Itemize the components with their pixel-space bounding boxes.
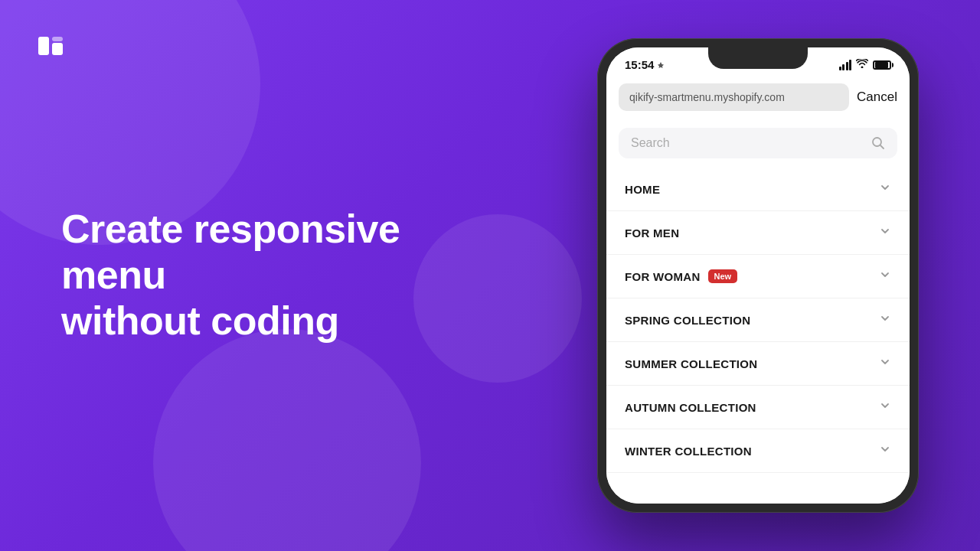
wifi-icon — [856, 59, 868, 70]
menu-item-label: SUMMER COLLECTION — [625, 357, 757, 370]
menu-item-left: FOR MEN — [625, 227, 679, 240]
search-bar[interactable]: Search — [619, 128, 897, 158]
menu-item[interactable]: FOR MEN — [606, 211, 910, 255]
left-content: Create responsive menu without coding — [61, 207, 505, 344]
menu-item[interactable]: FOR WOMANNew — [606, 255, 910, 298]
chevron-down-icon — [879, 312, 891, 328]
logo-icon — [34, 28, 67, 61]
notch — [708, 47, 808, 69]
menu-item-left: SPRING COLLECTION — [625, 314, 750, 327]
search-placeholder: Search — [631, 136, 670, 150]
chevron-down-icon — [879, 181, 891, 197]
menu-item[interactable]: SPRING COLLECTION — [606, 298, 910, 342]
battery-icon — [873, 60, 891, 70]
status-bar: 15:54 — [606, 47, 910, 77]
phone-outer: 15:54 — [597, 38, 919, 513]
svg-rect-2 — [52, 37, 63, 41]
menu-item-label: AUTUMN COLLECTION — [625, 401, 756, 414]
new-badge: New — [708, 269, 738, 283]
chevron-down-icon — [879, 399, 891, 415]
signal-icon — [839, 60, 852, 70]
status-icons — [839, 59, 892, 70]
menu-list: HOMEFOR MENFOR WOMANNewSPRING COLLECTION… — [606, 168, 910, 473]
search-icon — [871, 136, 885, 150]
logo — [34, 28, 67, 61]
url-field[interactable]: qikify-smartmenu.myshopify.com — [619, 83, 849, 111]
svg-point-3 — [873, 138, 881, 146]
menu-item-label: FOR MEN — [625, 227, 679, 240]
decorative-blob-2 — [153, 329, 421, 551]
menu-item-left: WINTER COLLECTION — [625, 445, 752, 458]
menu-item[interactable]: HOME — [606, 168, 910, 211]
chevron-down-icon — [879, 225, 891, 240]
phone-mockup: 15:54 — [597, 38, 919, 513]
svg-rect-1 — [52, 43, 63, 55]
chevron-down-icon — [879, 356, 891, 371]
menu-item[interactable]: AUTUMN COLLECTION — [606, 386, 910, 429]
headline-line1: Create responsive menu — [61, 207, 400, 297]
address-bar: qikify-smartmenu.myshopify.com Cancel — [606, 77, 910, 119]
phone-inner: 15:54 — [606, 47, 910, 504]
menu-item[interactable]: SUMMER COLLECTION — [606, 342, 910, 386]
svg-rect-0 — [38, 37, 49, 55]
chevron-down-icon — [879, 443, 891, 458]
chevron-down-icon — [879, 269, 891, 284]
status-time: 15:54 — [625, 58, 665, 71]
menu-item-label: SPRING COLLECTION — [625, 314, 750, 327]
menu-item-label: WINTER COLLECTION — [625, 445, 752, 458]
menu-item-left: FOR WOMANNew — [625, 269, 737, 283]
menu-content[interactable]: Search HOMEFOR MENFOR WOMANNewSPRING COL… — [606, 119, 910, 504]
menu-item[interactable]: WINTER COLLECTION — [606, 429, 910, 473]
menu-item-label: FOR WOMAN — [625, 270, 701, 283]
menu-item-left: SUMMER COLLECTION — [625, 357, 757, 370]
url-text: qikify-smartmenu.myshopify.com — [629, 91, 785, 103]
menu-item-label: HOME — [625, 183, 660, 196]
headline: Create responsive menu without coding — [61, 207, 505, 344]
headline-line2: without coding — [61, 298, 339, 343]
location-icon — [657, 61, 665, 69]
cancel-button[interactable]: Cancel — [857, 90, 897, 105]
menu-item-left: AUTUMN COLLECTION — [625, 401, 756, 414]
menu-item-left: HOME — [625, 183, 660, 196]
